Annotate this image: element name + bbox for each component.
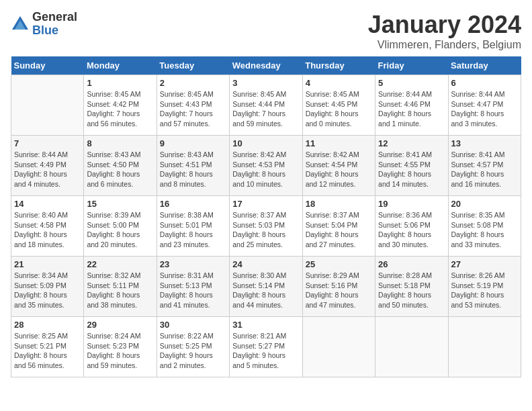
day-number: 24 (232, 259, 299, 269)
logo-general: General (32, 10, 77, 24)
day-info: Sunrise: 8:45 AM Sunset: 4:45 PM Dayligh… (306, 89, 372, 129)
column-header-saturday: Saturday (448, 56, 521, 75)
day-info: Sunrise: 8:37 AM Sunset: 5:03 PM Dayligh… (232, 210, 299, 250)
day-info: Sunrise: 8:44 AM Sunset: 4:46 PM Dayligh… (378, 89, 445, 129)
day-number: 27 (451, 259, 518, 269)
column-header-friday: Friday (375, 56, 448, 75)
calendar-cell: 24Sunrise: 8:30 AM Sunset: 5:14 PM Dayli… (230, 257, 302, 317)
calendar-cell: 29Sunrise: 8:24 AM Sunset: 5:23 PM Dayli… (84, 317, 157, 377)
calendar-cell: 19Sunrise: 8:36 AM Sunset: 5:06 PM Dayli… (375, 196, 448, 257)
calendar-cell: 27Sunrise: 8:26 AM Sunset: 5:19 PM Dayli… (448, 257, 521, 317)
day-number: 21 (14, 259, 81, 269)
calendar-cell: 11Sunrise: 8:42 AM Sunset: 4:54 PM Dayli… (302, 136, 375, 196)
day-number: 7 (14, 138, 81, 148)
day-number: 18 (306, 199, 372, 209)
calendar-cell: 21Sunrise: 8:34 AM Sunset: 5:09 PM Dayli… (11, 257, 84, 317)
day-info: Sunrise: 8:40 AM Sunset: 4:58 PM Dayligh… (14, 210, 81, 250)
day-number: 9 (160, 138, 226, 148)
calendar-week-row: 21Sunrise: 8:34 AM Sunset: 5:09 PM Dayli… (11, 257, 521, 317)
day-number: 1 (87, 78, 153, 88)
day-number: 22 (87, 259, 153, 269)
day-number: 29 (87, 320, 153, 330)
day-number: 26 (378, 259, 445, 269)
calendar-table: SundayMondayTuesdayWednesdayThursdayFrid… (11, 56, 521, 377)
day-info: Sunrise: 8:29 AM Sunset: 5:16 PM Dayligh… (306, 271, 372, 310)
calendar-cell: 16Sunrise: 8:38 AM Sunset: 5:01 PM Dayli… (157, 196, 229, 257)
day-info: Sunrise: 8:43 AM Sunset: 4:50 PM Dayligh… (87, 150, 153, 189)
day-number: 23 (160, 259, 226, 269)
day-info: Sunrise: 8:30 AM Sunset: 5:14 PM Dayligh… (232, 271, 299, 310)
day-number: 20 (451, 199, 518, 209)
day-info: Sunrise: 8:22 AM Sunset: 5:25 PM Dayligh… (160, 331, 226, 371)
calendar-cell: 7Sunrise: 8:44 AM Sunset: 4:49 PM Daylig… (11, 136, 84, 196)
calendar-cell: 8Sunrise: 8:43 AM Sunset: 4:50 PM Daylig… (84, 136, 157, 196)
calendar-cell: 5Sunrise: 8:44 AM Sunset: 4:46 PM Daylig… (375, 75, 448, 136)
column-header-tuesday: Tuesday (157, 56, 229, 75)
calendar-cell: 14Sunrise: 8:40 AM Sunset: 4:58 PM Dayli… (11, 196, 84, 257)
day-info: Sunrise: 8:25 AM Sunset: 5:21 PM Dayligh… (14, 331, 81, 371)
calendar-cell: 4Sunrise: 8:45 AM Sunset: 4:45 PM Daylig… (302, 75, 375, 136)
calendar-cell: 1Sunrise: 8:45 AM Sunset: 4:42 PM Daylig… (84, 75, 157, 136)
calendar-body: 1Sunrise: 8:45 AM Sunset: 4:42 PM Daylig… (11, 75, 521, 377)
day-info: Sunrise: 8:36 AM Sunset: 5:06 PM Dayligh… (378, 210, 445, 250)
day-info: Sunrise: 8:35 AM Sunset: 5:08 PM Dayligh… (451, 210, 518, 250)
calendar-cell: 9Sunrise: 8:43 AM Sunset: 4:51 PM Daylig… (157, 136, 229, 196)
calendar-cell (11, 75, 84, 136)
calendar-cell: 12Sunrise: 8:41 AM Sunset: 4:55 PM Dayli… (375, 136, 448, 196)
location-title: Vlimmeren, Flanders, Belgium (368, 39, 521, 51)
calendar-cell: 2Sunrise: 8:45 AM Sunset: 4:43 PM Daylig… (157, 75, 229, 136)
day-number: 14 (14, 199, 81, 209)
page-header: General Blue January 2024 Vlimmeren, Fla… (11, 11, 521, 51)
day-number: 19 (378, 199, 445, 209)
column-header-monday: Monday (84, 56, 157, 75)
day-info: Sunrise: 8:44 AM Sunset: 4:49 PM Dayligh… (14, 150, 81, 189)
calendar-cell: 3Sunrise: 8:45 AM Sunset: 4:44 PM Daylig… (230, 75, 302, 136)
title-area: January 2024 Vlimmeren, Flanders, Belgiu… (368, 11, 521, 51)
day-info: Sunrise: 8:28 AM Sunset: 5:18 PM Dayligh… (378, 271, 445, 310)
calendar-cell: 15Sunrise: 8:39 AM Sunset: 5:00 PM Dayli… (84, 196, 157, 257)
day-info: Sunrise: 8:44 AM Sunset: 4:47 PM Dayligh… (451, 89, 518, 129)
calendar-cell: 22Sunrise: 8:32 AM Sunset: 5:11 PM Dayli… (84, 257, 157, 317)
logo: General Blue (11, 11, 77, 38)
calendar-week-row: 1Sunrise: 8:45 AM Sunset: 4:42 PM Daylig… (11, 75, 521, 136)
calendar-cell (375, 317, 448, 377)
day-number: 15 (87, 199, 153, 209)
day-info: Sunrise: 8:42 AM Sunset: 4:54 PM Dayligh… (306, 150, 372, 189)
day-number: 4 (306, 78, 372, 88)
day-number: 31 (232, 320, 299, 330)
day-number: 10 (232, 138, 299, 148)
day-info: Sunrise: 8:41 AM Sunset: 4:57 PM Dayligh… (451, 150, 518, 189)
calendar-cell: 6Sunrise: 8:44 AM Sunset: 4:47 PM Daylig… (448, 75, 521, 136)
calendar-cell: 20Sunrise: 8:35 AM Sunset: 5:08 PM Dayli… (448, 196, 521, 257)
logo-icon (11, 15, 30, 34)
day-number: 13 (451, 138, 518, 148)
calendar-cell: 10Sunrise: 8:42 AM Sunset: 4:53 PM Dayli… (230, 136, 302, 196)
day-info: Sunrise: 8:42 AM Sunset: 4:53 PM Dayligh… (232, 150, 299, 189)
calendar-cell: 13Sunrise: 8:41 AM Sunset: 4:57 PM Dayli… (448, 136, 521, 196)
day-info: Sunrise: 8:43 AM Sunset: 4:51 PM Dayligh… (160, 150, 226, 189)
calendar-cell: 17Sunrise: 8:37 AM Sunset: 5:03 PM Dayli… (230, 196, 302, 257)
day-info: Sunrise: 8:45 AM Sunset: 4:42 PM Dayligh… (87, 89, 153, 129)
calendar-week-row: 7Sunrise: 8:44 AM Sunset: 4:49 PM Daylig… (11, 136, 521, 196)
day-number: 28 (14, 320, 81, 330)
day-number: 8 (87, 138, 153, 148)
day-number: 30 (160, 320, 226, 330)
calendar-cell: 18Sunrise: 8:37 AM Sunset: 5:04 PM Dayli… (302, 196, 375, 257)
day-number: 3 (232, 78, 299, 88)
day-info: Sunrise: 8:21 AM Sunset: 5:27 PM Dayligh… (232, 331, 299, 371)
calendar-header-row: SundayMondayTuesdayWednesdayThursdayFrid… (11, 56, 521, 75)
day-number: 5 (378, 78, 445, 88)
day-number: 17 (232, 199, 299, 209)
calendar-cell (302, 317, 375, 377)
day-info: Sunrise: 8:34 AM Sunset: 5:09 PM Dayligh… (14, 271, 81, 310)
day-info: Sunrise: 8:38 AM Sunset: 5:01 PM Dayligh… (160, 210, 226, 250)
calendar-week-row: 14Sunrise: 8:40 AM Sunset: 4:58 PM Dayli… (11, 196, 521, 257)
column-header-wednesday: Wednesday (230, 56, 302, 75)
day-info: Sunrise: 8:24 AM Sunset: 5:23 PM Dayligh… (87, 331, 153, 371)
calendar-cell: 26Sunrise: 8:28 AM Sunset: 5:18 PM Dayli… (375, 257, 448, 317)
day-info: Sunrise: 8:37 AM Sunset: 5:04 PM Dayligh… (306, 210, 372, 250)
day-info: Sunrise: 8:26 AM Sunset: 5:19 PM Dayligh… (451, 271, 518, 310)
day-info: Sunrise: 8:41 AM Sunset: 4:55 PM Dayligh… (378, 150, 445, 189)
day-number: 12 (378, 138, 445, 148)
day-info: Sunrise: 8:45 AM Sunset: 4:43 PM Dayligh… (160, 89, 226, 129)
